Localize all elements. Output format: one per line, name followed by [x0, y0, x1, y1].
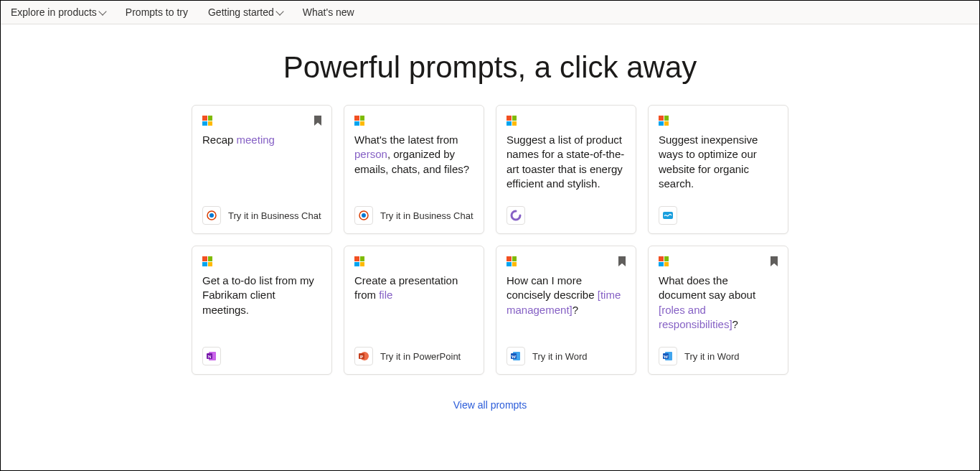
prompt-card[interactable]: Suggest inexpensive ways to optimize our… — [648, 105, 788, 234]
bookmark-icon[interactable] — [314, 116, 321, 126]
powerpoint-icon[interactable]: P — [354, 347, 373, 365]
try-it-label[interactable]: Try it in Word — [532, 351, 588, 362]
nav-label: Prompts to try — [126, 6, 188, 18]
prompt-text: Create a presentation from file — [354, 274, 473, 303]
prompt-card[interactable]: Recap meetingTry it in Business Chat — [192, 105, 332, 234]
prompt-text: How can I more concisely describe [time … — [507, 274, 626, 317]
word-icon[interactable]: W — [659, 347, 677, 365]
nav-prompts-to-try[interactable]: Prompts to try — [126, 6, 188, 18]
try-it-label[interactable]: Try it in Business Chat — [228, 210, 321, 221]
bookmark-icon[interactable] — [618, 256, 626, 266]
prompt-text: Suggest inexpensive ways to optimize our… — [659, 133, 778, 191]
nav-label: Explore in products — [11, 6, 97, 18]
prompt-text: Get a to-do list from my Fabrikam client… — [202, 274, 321, 317]
top-nav: Explore in products Prompts to try Getti… — [1, 1, 979, 24]
prompt-card[interactable]: Suggest a list of product names for a st… — [496, 105, 636, 234]
card-header — [507, 256, 626, 268]
nav-whats-new[interactable]: What's new — [303, 6, 354, 18]
microsoft-logo-icon — [659, 116, 669, 126]
card-footer: Try it in Business Chat — [354, 206, 473, 225]
prompt-card[interactable]: What's the latest from person, organized… — [344, 105, 484, 234]
card-header — [202, 116, 321, 127]
microsoft-logo-icon — [202, 116, 212, 126]
card-footer — [659, 206, 778, 225]
prompt-text: Suggest a list of product names for a st… — [507, 133, 626, 191]
footer: View all prompts — [1, 399, 979, 411]
chevron-down-icon — [275, 7, 283, 15]
card-header — [659, 256, 778, 268]
card-footer: WTry it in Word — [659, 347, 778, 365]
prompt-card[interactable]: Get a to-do list from my Fabrikam client… — [192, 246, 332, 375]
svg-text:W: W — [664, 354, 669, 360]
view-all-prompts-link[interactable]: View all prompts — [453, 399, 527, 411]
try-it-label[interactable]: Try it in Word — [684, 351, 740, 362]
prompt-card[interactable]: Create a presentation from filePTry it i… — [344, 246, 484, 375]
card-header — [354, 256, 473, 268]
try-it-label[interactable]: Try it in PowerPoint — [380, 351, 461, 362]
microsoft-logo-icon — [659, 256, 669, 266]
try-it-label[interactable]: Try it in Business Chat — [380, 210, 473, 221]
card-footer: PTry it in PowerPoint — [354, 347, 473, 365]
page-title: Powerful prompts, a click away — [1, 50, 979, 85]
prompt-card[interactable]: How can I more concisely describe [time … — [496, 246, 636, 375]
prompt-card[interactable]: What does the document say about [roles … — [648, 246, 788, 375]
prompt-text: What does the document say about [roles … — [659, 274, 778, 332]
bookmark-icon[interactable] — [771, 256, 778, 266]
microsoft-logo-icon — [202, 256, 212, 266]
svg-text:N: N — [207, 354, 211, 360]
card-footer — [507, 206, 626, 225]
card-header — [659, 116, 778, 127]
card-header — [507, 116, 626, 127]
word-icon[interactable]: W — [507, 347, 525, 365]
chevron-down-icon — [98, 7, 106, 15]
loop-icon[interactable] — [507, 206, 525, 225]
svg-point-3 — [362, 213, 366, 218]
microsoft-logo-icon — [507, 116, 517, 126]
prompt-text: Recap meeting — [202, 133, 321, 147]
copilot-icon[interactable] — [354, 206, 373, 225]
svg-text:W: W — [512, 354, 517, 360]
prompt-grid: Recap meetingTry it in Business ChatWhat… — [1, 105, 979, 375]
nav-label: Getting started — [208, 6, 274, 18]
card-footer: N — [202, 347, 321, 365]
nav-getting-started[interactable]: Getting started — [208, 6, 283, 18]
svg-point-1 — [209, 213, 214, 218]
prompt-text: What's the latest from person, organized… — [354, 133, 473, 177]
card-footer: WTry it in Word — [507, 347, 626, 365]
svg-text:P: P — [360, 354, 364, 360]
onenote-icon[interactable]: N — [202, 347, 221, 365]
copilot-icon[interactable] — [202, 206, 221, 225]
card-header — [202, 256, 321, 268]
microsoft-logo-icon — [354, 256, 364, 266]
microsoft-logo-icon — [354, 116, 364, 126]
whiteboard-icon[interactable] — [659, 206, 677, 225]
card-footer: Try it in Business Chat — [202, 206, 321, 225]
card-header — [354, 116, 473, 127]
nav-label: What's new — [303, 6, 354, 18]
microsoft-logo-icon — [507, 256, 517, 266]
nav-explore-in-products[interactable]: Explore in products — [11, 6, 105, 18]
